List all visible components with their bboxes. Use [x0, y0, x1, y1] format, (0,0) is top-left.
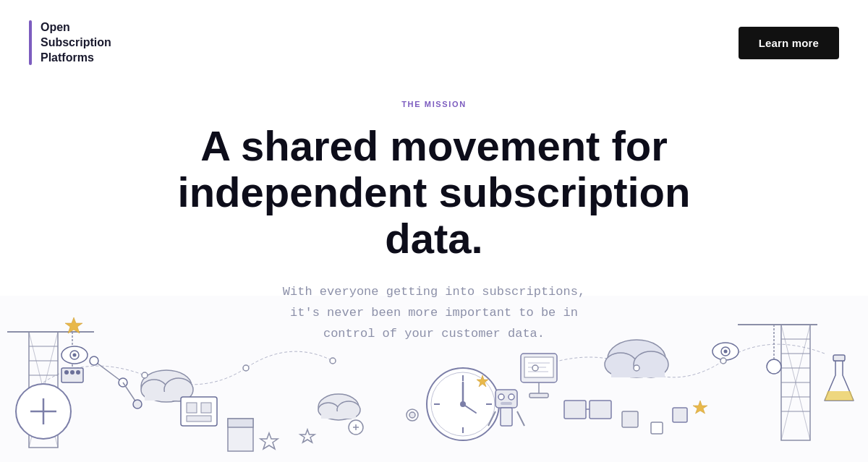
svg-rect-85	[651, 422, 663, 434]
svg-rect-104	[501, 408, 512, 426]
heading-line1: A shared movement for	[200, 122, 668, 169]
svg-rect-34	[201, 403, 211, 413]
svg-point-91	[142, 372, 148, 378]
logo-line1: Open	[41, 20, 111, 35]
svg-rect-83	[833, 355, 845, 361]
svg-rect-56	[529, 393, 548, 398]
svg-point-14	[70, 370, 75, 375]
logo-text: Open Subscription Platforms	[41, 20, 111, 65]
svg-point-102	[509, 394, 514, 400]
svg-rect-37	[228, 419, 253, 427]
svg-rect-103	[501, 402, 512, 405]
svg-point-24	[90, 356, 98, 365]
svg-rect-61	[590, 401, 611, 419]
svg-point-93	[330, 358, 336, 364]
svg-rect-86	[673, 408, 687, 422]
svg-point-78	[767, 359, 781, 374]
logo-accent-bar	[29, 20, 32, 65]
svg-point-18	[73, 354, 77, 357]
heading-line2: independent subscription data.	[178, 168, 691, 262]
svg-rect-84	[622, 411, 638, 427]
svg-point-13	[64, 370, 69, 375]
svg-rect-42	[321, 411, 356, 419]
svg-rect-35	[187, 416, 211, 422]
svg-point-94	[532, 365, 538, 371]
svg-point-51	[460, 401, 466, 407]
svg-point-95	[634, 365, 639, 371]
svg-point-92	[243, 365, 249, 371]
svg-point-15	[76, 370, 80, 375]
svg-point-27	[133, 400, 142, 408]
learn-more-button[interactable]: Learn more	[739, 27, 839, 59]
main-content: THE MISSION A shared movement for indepe…	[0, 85, 868, 344]
main-heading: A shared movement for independent subscr…	[145, 123, 723, 261]
section-label: THE MISSION	[29, 100, 839, 108]
header: Open Subscription Platforms Learn more	[0, 0, 868, 85]
sub-text: With everyone getting into subscriptions…	[246, 282, 622, 345]
svg-point-99	[409, 412, 415, 418]
svg-point-81	[724, 350, 728, 354]
logo: Open Subscription Platforms	[29, 20, 111, 65]
svg-point-96	[720, 358, 726, 364]
svg-point-101	[498, 394, 504, 400]
svg-rect-60	[564, 401, 586, 419]
logo-line3: Platforms	[41, 51, 111, 66]
logo-line2: Subscription	[41, 35, 111, 51]
svg-rect-33	[187, 403, 197, 413]
